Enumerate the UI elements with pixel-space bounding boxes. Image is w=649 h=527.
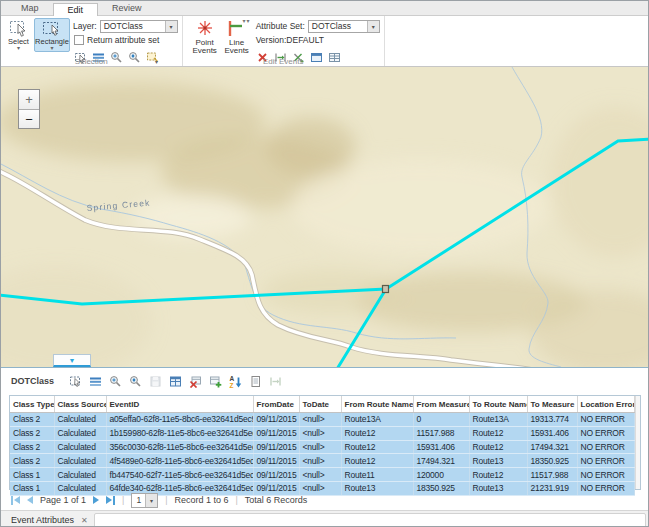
add-records-icon[interactable]: [208, 374, 222, 388]
table-cell[interactable]: Calculated: [54, 454, 106, 468]
map-view[interactable]: Spring Creek + − ▼: [1, 67, 648, 367]
options-menu-icon[interactable]: [88, 374, 102, 388]
delete-records-icon[interactable]: [188, 374, 202, 388]
table-cell[interactable]: Route11: [341, 468, 413, 482]
table-cell[interactable]: Class 2: [10, 426, 54, 440]
table-cell[interactable]: Class 2: [10, 454, 54, 468]
table-cell[interactable]: 4f5489e0-62f8-11e5-8bc6-ee32641d5ec9: [106, 454, 253, 468]
table-cell[interactable]: NO ERROR: [577, 413, 634, 427]
column-header[interactable]: Class Type: [10, 396, 54, 413]
table-cell[interactable]: <null>: [299, 481, 341, 495]
table-cell[interactable]: 09/11/2015: [253, 481, 299, 495]
table-cell[interactable]: Calculated: [54, 468, 106, 482]
table-cell[interactable]: 09/11/2015: [253, 440, 299, 454]
measure-adjust-icon[interactable]: [268, 374, 282, 388]
zoom-out-button[interactable]: −: [19, 109, 39, 128]
pan-to-selected-icon[interactable]: [128, 374, 142, 388]
table-cell[interactable]: 09/11/2015: [253, 426, 299, 440]
table-cell[interactable]: 17494.321: [527, 440, 577, 454]
table-cell[interactable]: 09/11/2015: [253, 454, 299, 468]
table-cell[interactable]: Calculated: [54, 426, 106, 440]
page-number-arrow-icon[interactable]: ▾: [145, 494, 157, 507]
table-cell[interactable]: 1b159980-62f8-11e5-8bc6-ee32641d5ec9: [106, 426, 253, 440]
attribute-table-icon[interactable]: [168, 374, 182, 388]
table-cell[interactable]: NO ERROR: [577, 481, 634, 495]
return-attribute-set-checkbox[interactable]: [74, 35, 84, 45]
table-cell[interactable]: 19313.774: [527, 413, 577, 427]
table-cell[interactable]: Class 2: [10, 440, 54, 454]
table-row[interactable]: Class 1Calculated64fde340-62f8-11e5-8bc6…: [10, 481, 634, 495]
table-cell[interactable]: fb447540-62f7-11e5-8bc6-ee32641d5ec9: [106, 468, 253, 482]
table-cell[interactable]: Calculated: [54, 413, 106, 427]
table-cell[interactable]: 64fde340-62f8-11e5-8bc6-ee32641d5ec9: [106, 481, 253, 495]
table-cell[interactable]: Route12: [341, 426, 413, 440]
table-cell[interactable]: 18350.925: [527, 454, 577, 468]
column-header[interactable]: From Measure: [413, 396, 469, 413]
table-cell[interactable]: <null>: [299, 468, 341, 482]
table-cell[interactable]: NO ERROR: [577, 454, 634, 468]
save-edits-icon[interactable]: [148, 374, 162, 388]
table-cell[interactable]: Route12: [469, 440, 527, 454]
table-cell[interactable]: NO ERROR: [577, 468, 634, 482]
table-row[interactable]: Class 2Calculated356c0030-62f8-11e5-8bc6…: [10, 440, 634, 454]
column-header[interactable]: To Route Name: [469, 396, 527, 413]
line-events-carets-icon[interactable]: ▾▾: [243, 19, 251, 24]
table-cell[interactable]: 15931.406: [413, 440, 469, 454]
table-cell[interactable]: Class 2: [10, 413, 54, 427]
table-cell[interactable]: <null>: [299, 454, 341, 468]
route-junction-vertex[interactable]: [383, 286, 389, 293]
layer-combo-arrow-icon[interactable]: ▾: [165, 21, 177, 32]
column-header[interactable]: From Route Name: [341, 396, 413, 413]
sort-records-icon[interactable]: AZ: [228, 374, 242, 388]
table-cell[interactable]: Route12: [469, 468, 527, 482]
table-cell[interactable]: 09/11/2015: [253, 468, 299, 482]
select-records-icon[interactable]: [68, 374, 82, 388]
table-row[interactable]: Class 2Calculated4f5489e0-62f8-11e5-8bc6…: [10, 454, 634, 468]
column-header[interactable]: FromDate: [253, 396, 299, 413]
tab-map[interactable]: Map: [7, 2, 53, 15]
column-header[interactable]: To Measure: [527, 396, 577, 413]
table-cell[interactable]: 11517.988: [527, 468, 577, 482]
table-cell[interactable]: Route13: [469, 454, 527, 468]
attribute-set-combo-arrow-icon[interactable]: ▾: [367, 21, 379, 32]
table-cell[interactable]: 18350.925: [413, 481, 469, 495]
table-row[interactable]: Class 2Calculated1b159980-62f8-11e5-8bc6…: [10, 426, 634, 440]
table-cell[interactable]: Calculated: [54, 440, 106, 454]
first-page-button[interactable]: [11, 496, 20, 505]
table-cell[interactable]: NO ERROR: [577, 426, 634, 440]
table-cell[interactable]: Calculated: [54, 481, 106, 495]
last-page-button[interactable]: [106, 496, 115, 505]
column-header[interactable]: ToDate: [299, 396, 341, 413]
table-cell[interactable]: 09/11/2015: [253, 413, 299, 427]
zoom-in-button[interactable]: +: [19, 90, 39, 109]
next-page-button[interactable]: [93, 496, 99, 504]
column-header[interactable]: Class Source: [54, 396, 106, 413]
table-cell[interactable]: Route13A: [469, 413, 527, 427]
table-cell[interactable]: 356c0030-62f8-11e5-8bc6-ee32641d5ec9: [106, 440, 253, 454]
table-cell[interactable]: Route12: [341, 454, 413, 468]
table-cell[interactable]: Route13: [341, 481, 413, 495]
line-events-button[interactable]: ▾▾ Line Events: [221, 19, 253, 55]
table-cell[interactable]: Class 1: [10, 468, 54, 482]
table-cell[interactable]: a05effa0-62f8-11e5-8bc6-ee32641d5ec9: [106, 413, 253, 427]
event-attributes-tab[interactable]: Event Attributes: [11, 515, 74, 525]
table-cell[interactable]: 15931.406: [527, 426, 577, 440]
table-cell[interactable]: Route12: [469, 426, 527, 440]
table-cell[interactable]: Route13: [469, 481, 527, 495]
report-icon[interactable]: [248, 374, 262, 388]
panel-collapse-handle[interactable]: ▼: [53, 354, 91, 367]
table-cell[interactable]: 17494.321: [413, 454, 469, 468]
table-cell[interactable]: 21231.919: [527, 481, 577, 495]
tab-edit[interactable]: Edit: [53, 3, 99, 16]
table-cell[interactable]: 0: [413, 413, 469, 427]
table-cell[interactable]: Class 1: [10, 481, 54, 495]
table-row[interactable]: Class 2Calculateda05effa0-62f8-11e5-8bc6…: [10, 413, 634, 427]
table-cell[interactable]: <null>: [299, 426, 341, 440]
table-cell[interactable]: Route13A: [341, 413, 413, 427]
table-cell[interactable]: NO ERROR: [577, 440, 634, 454]
select-tool-button[interactable]: Select ▾: [4, 18, 33, 52]
table-vertical-scrollbar[interactable]: [635, 396, 641, 489]
table-cell[interactable]: 120000: [413, 468, 469, 482]
tab-review[interactable]: Review: [98, 2, 156, 15]
table-row[interactable]: Class 1Calculatedfb447540-62f7-11e5-8bc6…: [10, 468, 634, 482]
